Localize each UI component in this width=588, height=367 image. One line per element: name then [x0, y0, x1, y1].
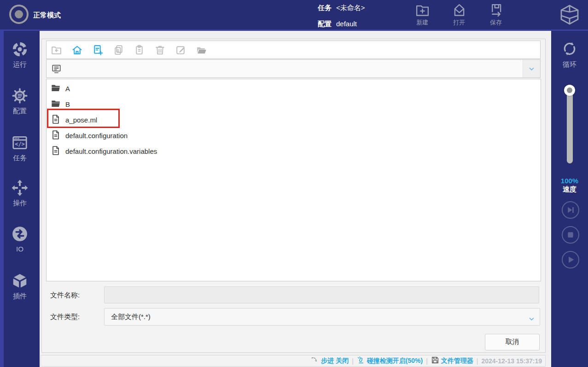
file-row-a-pose[interactable]: a_pose.ml — [47, 112, 541, 128]
loop-arrows-icon — [551, 40, 588, 58]
file-type-label: 文件类型: — [50, 313, 80, 321]
speed-label: 速度 — [551, 185, 588, 194]
home-icon — [71, 44, 83, 56]
loop-button[interactable]: 循环 — [551, 40, 588, 69]
main-content: A B a_pose.ml default.configuration defa… — [40, 31, 551, 367]
file-row-default-configuration-variables[interactable]: default.configuration.variables — [47, 143, 541, 159]
file-toolbar — [46, 41, 541, 59]
new-folder-plus-icon — [407, 3, 437, 18]
path-dropdown-button[interactable] — [523, 60, 540, 77]
open-task-button[interactable]: 打开 — [444, 2, 474, 27]
sidebar-item-label: 配置 — [0, 107, 40, 116]
code-window-icon: </> — [0, 134, 40, 151]
loop-label: 循环 — [551, 60, 588, 69]
paste-icon — [134, 44, 145, 56]
collision-icon — [357, 356, 365, 366]
config-value: default — [336, 20, 357, 28]
copy-button[interactable] — [113, 44, 124, 56]
new-file-button[interactable] — [92, 44, 104, 56]
status-bar: 步进 关闭 | 碰撞检测开启(50%) | 文件管理器 | 2024-12-13… — [41, 355, 546, 367]
task-label: 任务 — [318, 4, 332, 12]
path-combobox[interactable] — [46, 59, 541, 78]
file-manager-text: 文件管理器 — [441, 357, 473, 365]
open-file-icon — [444, 3, 474, 18]
chevron-down-icon — [527, 313, 536, 321]
save-task-button[interactable]: 保存 — [481, 2, 511, 27]
sidebar-item-io[interactable]: IO — [0, 225, 40, 253]
step-forward-button[interactable] — [562, 201, 579, 219]
sidebar-item-operate[interactable]: 操作 — [0, 179, 40, 208]
speed-percent: 100% — [551, 177, 588, 185]
file-list: A B a_pose.ml default.configuration defa… — [46, 79, 541, 281]
sidebar-item-label: 插件 — [0, 292, 40, 301]
new-task-label: 新建 — [407, 18, 437, 27]
file-name: default.configuration — [65, 132, 128, 140]
home-button[interactable] — [71, 44, 83, 56]
new-task-button[interactable]: 新建 — [407, 2, 437, 27]
run-target-icon — [0, 41, 40, 58]
chevron-down-icon — [523, 64, 540, 73]
file-manager-icon — [431, 356, 439, 366]
computer-icon — [51, 63, 62, 75]
play-icon — [563, 252, 578, 268]
sidebar-item-label: 任务 — [0, 154, 40, 163]
collision-text: 碰撞检测开启(50%) — [367, 357, 423, 365]
brand-cube-icon — [559, 4, 581, 26]
file-icon — [51, 130, 65, 141]
file-row-folder-a[interactable]: A — [47, 81, 541, 96]
file-name-input[interactable] — [104, 286, 539, 303]
left-sidebar: 运行 配置 </> 任务 操作 — [0, 31, 40, 367]
cube-icon — [0, 272, 40, 290]
file-row-default-configuration[interactable]: default.configuration — [47, 128, 541, 143]
cancel-button[interactable]: 取消 — [485, 334, 540, 350]
file-name: a_pose.ml — [65, 116, 97, 124]
delete-button[interactable] — [154, 44, 166, 56]
config-label: 配置 — [318, 20, 332, 28]
stop-button[interactable] — [562, 226, 579, 244]
status-separator: | — [352, 357, 354, 365]
folder-icon — [51, 83, 65, 94]
file-icon — [51, 146, 65, 157]
speed-slider-track[interactable] — [567, 90, 573, 163]
sidebar-item-plugin[interactable]: 插件 — [0, 272, 40, 301]
step-mode-text: 步进 关闭 — [321, 357, 349, 365]
status-separator: | — [477, 357, 478, 365]
right-sidebar: 循环 100% 速度 — [551, 31, 588, 367]
rename-button[interactable] — [175, 44, 186, 56]
sidebar-item-task[interactable]: </> 任务 — [0, 134, 40, 163]
sidebar-item-run[interactable]: 运行 — [0, 41, 40, 69]
file-icon — [51, 114, 65, 126]
status-separator: | — [426, 357, 428, 365]
back-button[interactable] — [51, 44, 62, 56]
mode-label: 正常模式 — [33, 11, 61, 20]
gear-icon — [0, 87, 40, 105]
paste-button[interactable] — [134, 44, 145, 56]
move-arrows-icon — [0, 179, 40, 197]
sidebar-item-config[interactable]: 配置 — [0, 87, 40, 116]
save-task-label: 保存 — [481, 18, 511, 27]
trash-icon — [154, 44, 166, 56]
svg-text:</>: </> — [15, 141, 24, 147]
file-manager-dialog: A B a_pose.ml default.configuration defa… — [41, 39, 546, 353]
file-type-select[interactable]: 全部文件(*.*) — [104, 308, 540, 326]
config-info: 配置default — [318, 20, 357, 29]
top-bar: 正常模式 任务<未命名> 配置default 新建 打开 保存 — [0, 0, 588, 31]
save-icon — [481, 3, 511, 18]
open-folder-icon — [196, 44, 207, 56]
file-row-folder-b[interactable]: B — [47, 96, 541, 112]
speed-slider-knob[interactable] — [564, 85, 575, 96]
stop-icon — [563, 227, 578, 243]
collision-status[interactable]: 碰撞检测开启(50%) — [357, 356, 423, 366]
status-timestamp: 2024-12-13 15:37:19 — [481, 357, 542, 365]
open-task-label: 打开 — [444, 18, 474, 27]
file-type-value: 全部文件(*.*) — [111, 313, 151, 320]
step-mode-status[interactable]: 步进 关闭 — [311, 356, 349, 366]
sidebar-item-label: IO — [0, 245, 40, 253]
sidebar-item-label: 操作 — [0, 199, 40, 208]
open-folder-button[interactable] — [196, 44, 207, 56]
file-name-label: 文件名称: — [50, 291, 80, 300]
back-icon — [51, 44, 62, 56]
file-name: B — [65, 100, 70, 108]
play-button[interactable] — [562, 251, 579, 268]
file-manager-status[interactable]: 文件管理器 — [431, 356, 473, 366]
